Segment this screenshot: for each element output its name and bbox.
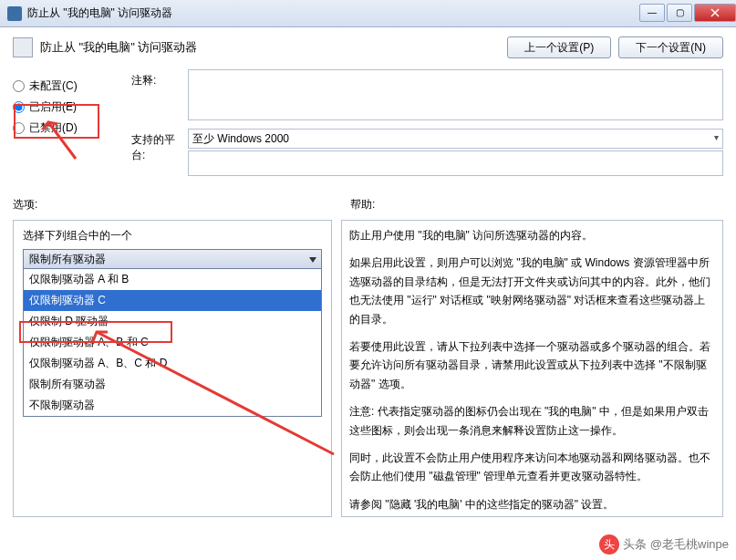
help-text: 防止用户使用 "我的电脑" 访问所选驱动器的内容。 xyxy=(349,226,715,244)
window-titlebar: 防止从 "我的电脑" 访问驱动器 — ▢ xyxy=(0,0,736,27)
list-item[interactable]: 仅限制驱动器 A、B 和 C xyxy=(24,332,321,353)
help-label: 帮助: xyxy=(350,197,723,213)
radio-not-configured[interactable]: 未配置(C) xyxy=(13,78,131,94)
options-label: 选项: xyxy=(13,197,350,213)
window-title: 防止从 "我的电脑" 访问驱动器 xyxy=(27,5,638,21)
platform-label: 支持的平台: xyxy=(131,129,188,179)
radio-enabled[interactable]: 已启用(E) xyxy=(13,99,131,115)
list-item[interactable]: 不限制驱动器 xyxy=(24,395,321,416)
watermark-text: 头条 @老毛桃winpe xyxy=(623,536,729,553)
radio-disabled[interactable]: 已禁用(D) xyxy=(13,120,131,136)
close-button[interactable] xyxy=(694,4,736,22)
help-text: 请参阅 "隐藏 '我的电脑' 中的这些指定的驱动器" 设置。 xyxy=(349,495,715,513)
drive-restriction-select[interactable]: 限制所有驱动器 xyxy=(23,249,322,269)
options-panel: 选择下列组合中的一个 限制所有驱动器 仅限制驱动器 A 和 B 仅限制驱动器 C… xyxy=(13,220,332,517)
list-item[interactable]: 仅限制 D 驱动器 xyxy=(24,311,321,332)
platform-combo[interactable]: 至少 Windows 2000 xyxy=(188,129,723,149)
prev-setting-button[interactable]: 上一个设置(P) xyxy=(507,36,611,58)
list-item[interactable]: 仅限制驱动器 C xyxy=(24,290,321,311)
help-panel: 防止用户使用 "我的电脑" 访问所选驱动器的内容。 如果启用此设置，则用户可以浏… xyxy=(341,220,723,517)
radio-not-configured-input[interactable] xyxy=(13,80,25,92)
list-item[interactable]: 限制所有驱动器 xyxy=(24,374,321,395)
help-text: 如果启用此设置，则用户可以浏览 "我的电脑" 或 Windows 资源管理器中所… xyxy=(349,254,715,328)
page-title: 防止从 "我的电脑" 访问驱动器 xyxy=(40,39,507,56)
platform-extra[interactable] xyxy=(188,150,723,176)
minimize-button[interactable]: — xyxy=(639,4,665,22)
help-text: 同时，此设置不会防止用户使用程序来访问本地驱动器和网络驱动器。也不会防止他们使用… xyxy=(349,449,715,486)
dropdown-title: 选择下列组合中的一个 xyxy=(14,221,331,249)
help-text: 若要使用此设置，请从下拉列表中选择一个驱动器或多个驱动器的组合。若要允许访问所有… xyxy=(349,337,715,393)
drive-restriction-list: 仅限制驱动器 A 和 B 仅限制驱动器 C 仅限制 D 驱动器 仅限制驱动器 A… xyxy=(23,269,322,417)
watermark: 头 头条 @老毛桃winpe xyxy=(599,534,729,555)
next-setting-button[interactable]: 下一个设置(N) xyxy=(618,36,723,58)
list-item[interactable]: 仅限制驱动器 A、B、C 和 D xyxy=(24,353,321,374)
list-item[interactable]: 仅限制驱动器 A 和 B xyxy=(24,269,321,290)
policy-icon xyxy=(13,37,33,57)
app-icon xyxy=(7,6,22,21)
radio-enabled-input[interactable] xyxy=(13,101,25,113)
help-text: 注意: 代表指定驱动器的图标仍会出现在 "我的电脑" 中，但是如果用户双击这些图… xyxy=(349,402,715,440)
comment-textarea[interactable] xyxy=(188,69,723,120)
maximize-button[interactable]: ▢ xyxy=(667,4,692,22)
radio-disabled-input[interactable] xyxy=(13,122,25,134)
comment-label: 注释: xyxy=(131,69,188,123)
watermark-icon: 头 xyxy=(599,534,619,555)
